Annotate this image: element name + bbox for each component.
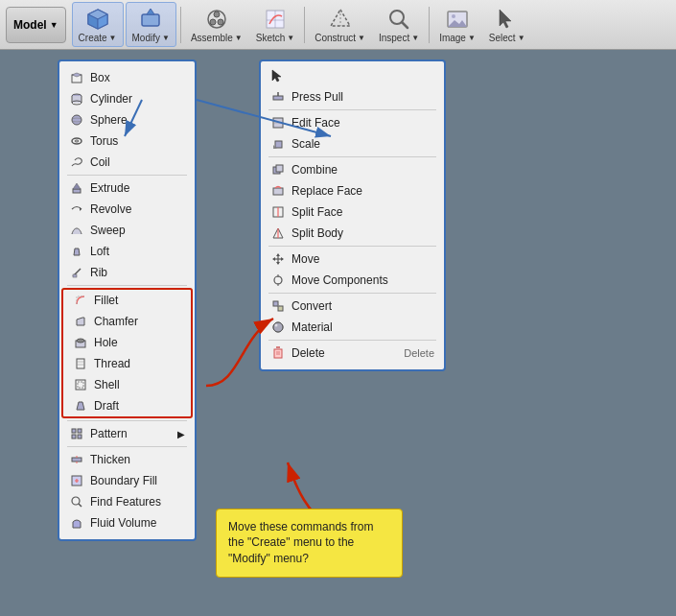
press-pull-icon bbox=[270, 89, 286, 105]
menu-item-coil[interactable]: Coil bbox=[59, 152, 195, 173]
menu-item-replace-face[interactable]: Replace Face bbox=[261, 180, 444, 201]
draft-label: Draft bbox=[94, 399, 119, 413]
coil-icon bbox=[69, 154, 84, 170]
svg-rect-58 bbox=[273, 96, 283, 100]
sketch-icon bbox=[262, 6, 289, 33]
svg-line-16 bbox=[402, 22, 408, 28]
image-icon bbox=[444, 6, 471, 33]
menu-item-cylinder[interactable]: Cylinder bbox=[59, 88, 195, 109]
toolbar-construct[interactable]: Construct ▼ bbox=[309, 3, 371, 46]
menu-item-fluid-volume[interactable]: Fluid Volume bbox=[59, 512, 195, 533]
menu-item-loft[interactable]: Loft bbox=[59, 241, 195, 262]
toolbar-create[interactable]: Create ▼ bbox=[72, 2, 124, 47]
toolbar-modify[interactable]: Modify ▼ bbox=[126, 2, 176, 47]
menu-item-combine[interactable]: Combine bbox=[261, 159, 444, 180]
fillet-label: Fillet bbox=[94, 294, 118, 307]
menu-item-shell[interactable]: Shell bbox=[63, 374, 191, 395]
menu-item-move[interactable]: Move bbox=[261, 249, 444, 270]
model-dropdown[interactable]: Model ▼ bbox=[6, 7, 66, 43]
rib-icon bbox=[69, 265, 84, 280]
menu-item-revolve[interactable]: Revolve bbox=[59, 199, 195, 220]
create-arrow: ▼ bbox=[109, 34, 117, 42]
loft-label: Loft bbox=[90, 245, 109, 258]
menu-item-sphere[interactable]: Sphere bbox=[59, 109, 195, 130]
menu-item-hole[interactable]: Hole bbox=[63, 332, 191, 353]
svg-point-77 bbox=[274, 276, 282, 284]
torus-icon bbox=[69, 133, 84, 149]
move-components-label: Move Components bbox=[291, 273, 388, 287]
create-icon bbox=[84, 6, 111, 33]
chamfer-icon bbox=[73, 314, 88, 329]
delete-label: Delete bbox=[291, 346, 325, 360]
replace-face-label: Replace Face bbox=[291, 184, 362, 198]
svg-rect-62 bbox=[275, 141, 282, 148]
menu-item-extrude[interactable]: Extrude bbox=[59, 178, 195, 199]
menu-item-chamfer[interactable]: Chamfer bbox=[63, 311, 191, 332]
svg-marker-73 bbox=[276, 253, 280, 256]
svg-rect-49 bbox=[72, 435, 76, 438]
menu-item-split-face[interactable]: Split Face bbox=[261, 201, 444, 223]
menu-item-boundary-fill[interactable]: Boundary Fill bbox=[59, 470, 195, 491]
pattern-icon bbox=[69, 426, 84, 441]
svg-marker-38 bbox=[77, 318, 84, 325]
revolve-label: Revolve bbox=[90, 202, 131, 216]
toolbar-sketch[interactable]: Sketch ▼ bbox=[250, 3, 301, 46]
menu-item-sweep[interactable]: Sweep bbox=[59, 220, 195, 241]
menu-item-press-pull[interactable]: Press Pull bbox=[261, 86, 444, 107]
extrude-icon bbox=[69, 180, 84, 196]
red-border-group: Fillet Chamfer Hole Thread bbox=[61, 288, 193, 418]
svg-marker-46 bbox=[77, 402, 84, 410]
thread-label: Thread bbox=[94, 357, 130, 370]
extrude-label: Extrude bbox=[90, 181, 129, 195]
menu-item-move-components[interactable]: Move Components bbox=[261, 270, 444, 291]
menu-item-thicken[interactable]: Thicken bbox=[59, 449, 195, 470]
menu-item-rib[interactable]: Rib bbox=[59, 262, 195, 283]
toolbar-select[interactable]: Select ▼ bbox=[483, 3, 531, 46]
svg-point-83 bbox=[273, 322, 283, 332]
toolbar-assemble[interactable]: Assemble ▼ bbox=[185, 3, 248, 46]
svg-marker-33 bbox=[73, 183, 81, 189]
menu-item-pattern[interactable]: Pattern ▶ bbox=[59, 423, 195, 444]
split-face-icon bbox=[270, 204, 286, 220]
menu-item-box[interactable]: Box bbox=[59, 67, 195, 88]
menu-item-torus[interactable]: Torus bbox=[59, 130, 195, 152]
inspect-arrow: ▼ bbox=[411, 34, 419, 42]
menu-item-draft[interactable]: Draft bbox=[63, 395, 191, 416]
menu-item-fillet[interactable]: Fillet bbox=[63, 290, 191, 311]
move-label: Move bbox=[291, 252, 319, 266]
move-icon bbox=[270, 251, 286, 267]
toolbar-image[interactable]: Image ▼ bbox=[433, 3, 481, 46]
boundary-fill-label: Boundary Fill bbox=[90, 474, 157, 487]
svg-rect-45 bbox=[78, 382, 83, 388]
svg-point-9 bbox=[218, 19, 223, 25]
sep-mod-1 bbox=[268, 109, 436, 110]
fluid-volume-icon bbox=[69, 515, 84, 531]
sep-before-fillet bbox=[67, 285, 187, 286]
replace-face-icon bbox=[270, 183, 286, 199]
menu-item-delete[interactable]: Delete Delete bbox=[261, 343, 444, 364]
construct-arrow: ▼ bbox=[358, 34, 365, 42]
menu-item-find-features[interactable]: Find Features bbox=[59, 491, 195, 512]
svg-marker-22 bbox=[72, 73, 82, 77]
svg-rect-50 bbox=[78, 435, 82, 438]
edit-face-label: Edit Face bbox=[291, 116, 340, 130]
inspect-label: Inspect bbox=[379, 33, 409, 43]
svg-rect-32 bbox=[73, 189, 81, 193]
assemble-icon bbox=[203, 6, 230, 33]
menu-item-split-body[interactable]: Split Body bbox=[261, 223, 444, 244]
sweep-icon bbox=[69, 223, 84, 238]
svg-rect-4 bbox=[142, 14, 159, 26]
convert-label: Convert bbox=[291, 299, 332, 313]
menu-item-scale[interactable]: Scale bbox=[261, 133, 444, 154]
shell-label: Shell bbox=[94, 378, 120, 391]
menu-item-edit-face[interactable]: Edit Face bbox=[261, 112, 444, 133]
svg-point-8 bbox=[210, 19, 216, 25]
svg-rect-24 bbox=[72, 96, 82, 103]
menu-item-convert[interactable]: Convert bbox=[261, 296, 444, 317]
svg-point-28 bbox=[72, 115, 82, 125]
menu-item-thread[interactable]: Thread bbox=[63, 353, 191, 374]
menu-item-material[interactable]: Material bbox=[261, 317, 444, 338]
hole-icon bbox=[73, 335, 88, 350]
select-arrow: ▼ bbox=[518, 34, 525, 42]
toolbar-inspect[interactable]: Inspect ▼ bbox=[373, 3, 425, 46]
